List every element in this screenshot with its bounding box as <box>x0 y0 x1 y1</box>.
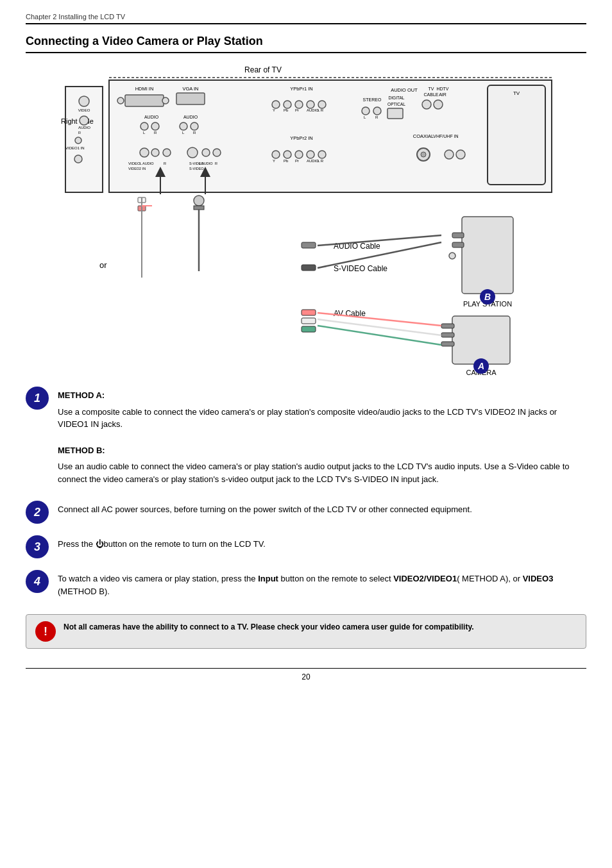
svg-point-86 <box>74 155 82 163</box>
svg-text:B: B <box>484 292 491 302</box>
svg-point-18 <box>140 148 149 157</box>
svg-text:TV: TV <box>429 87 434 91</box>
step-1: 1 METHOD A: Use a composite cable to con… <box>26 387 586 489</box>
step-4: 4 To watch a video vis camera or play st… <box>26 570 586 601</box>
svg-text:or: or <box>99 260 107 270</box>
svg-rect-110 <box>441 342 454 346</box>
step-4-content: To watch a video vis camera or play stat… <box>58 570 586 601</box>
svg-point-46 <box>295 151 303 158</box>
svg-point-47 <box>307 151 314 158</box>
svg-text:YPbPr2 IN: YPbPr2 IN <box>290 135 312 141</box>
svg-text:OPTICAL: OPTICAL <box>387 102 405 106</box>
svg-point-73 <box>445 150 454 159</box>
svg-text:AUDIO: AUDIO <box>144 115 159 119</box>
svg-point-37 <box>318 101 326 108</box>
chapter-label: Chapter 2 Installing the LCD TV <box>26 13 125 21</box>
warning-box: ! Not all cameras have the ability to co… <box>26 614 586 649</box>
svg-point-5 <box>162 97 169 104</box>
svg-point-27 <box>213 149 221 156</box>
svg-point-74 <box>456 150 465 159</box>
svg-text:YPbPr1 IN: YPbPr1 IN <box>290 86 312 92</box>
step-3-content: Press the ⏻button on the remote to turn … <box>58 535 586 555</box>
svg-rect-94 <box>194 206 204 210</box>
svg-point-33 <box>272 101 280 108</box>
svg-rect-121 <box>302 310 316 315</box>
svg-rect-108 <box>441 324 454 328</box>
method-a-text: Use a composite cable to connect the vid… <box>58 406 586 431</box>
svg-point-84 <box>75 137 81 144</box>
svg-rect-119 <box>302 242 316 248</box>
svg-text:AIR: AIR <box>439 92 446 97</box>
svg-point-103 <box>449 253 455 259</box>
svg-point-10 <box>151 122 159 130</box>
svg-point-71 <box>421 152 426 157</box>
step-3-text: Press the ⏻button on the remote to turn … <box>58 538 586 551</box>
svg-rect-101 <box>452 233 464 238</box>
svg-line-117 <box>318 319 441 335</box>
method-b-label: METHOD B: <box>58 444 586 457</box>
svg-point-15 <box>191 122 198 130</box>
connection-diagram-svg: Rear of TV HDMI IN VGA IN AUDIO L R AUDI… <box>26 60 586 380</box>
svg-text:TV: TV <box>513 90 520 96</box>
svg-text:Pr: Pr <box>295 159 299 163</box>
step-2-text: Connect all AC power sources, before tur… <box>58 503 586 516</box>
svg-text:STEREO: STEREO <box>363 97 382 102</box>
svg-point-20 <box>163 149 171 156</box>
warning-text: Not all cameras have the ability to conn… <box>64 621 474 633</box>
steps-area: 1 METHOD A: Use a composite cable to con… <box>26 387 586 601</box>
svg-text:COAXIAL: COAXIAL <box>413 133 434 139</box>
warning-icon: ! <box>35 621 56 642</box>
svg-text:Pb: Pb <box>284 108 289 112</box>
svg-text:CABLE: CABLE <box>424 92 439 97</box>
svg-point-45 <box>284 151 291 158</box>
svg-point-48 <box>318 151 326 158</box>
svg-text:Pb: Pb <box>284 159 289 163</box>
svg-rect-122 <box>302 318 316 324</box>
svg-point-25 <box>187 147 198 158</box>
svg-text:AUDIO: AUDIO <box>78 126 90 129</box>
svg-point-14 <box>180 122 187 130</box>
svg-point-35 <box>295 101 303 108</box>
svg-point-19 <box>151 149 159 156</box>
svg-rect-6 <box>176 93 205 104</box>
svg-text:R: R <box>164 162 166 165</box>
svg-text:R: R <box>154 131 157 135</box>
diagram-area: Rear of TV HDMI IN VGA IN AUDIO L R AUDI… <box>26 60 586 380</box>
section-title-text: Connecting a Video Camera or Play Statio… <box>26 35 263 47</box>
svg-text:Y: Y <box>273 108 275 112</box>
svg-text:L AUDIO: L AUDIO <box>199 162 213 165</box>
svg-text:R: R <box>375 115 378 119</box>
power-symbol: ⏻ <box>96 539 104 549</box>
svg-point-9 <box>140 122 148 130</box>
svg-text:AUDIO: AUDIO <box>183 115 198 119</box>
svg-point-93 <box>194 196 204 206</box>
svg-text:Pr: Pr <box>295 108 299 112</box>
svg-text:Y: Y <box>273 159 275 163</box>
svg-text:AUDIO OUT: AUDIO OUT <box>391 87 418 93</box>
svg-text:VIDEO: VIDEO <box>128 162 140 165</box>
svg-text:R: R <box>215 162 217 165</box>
svg-point-26 <box>202 149 210 156</box>
svg-point-68 <box>434 100 443 109</box>
step-4-text: To watch a video vis camera or play stat… <box>58 572 586 597</box>
method-b-text: Use an audio cable to connect the video … <box>58 460 586 485</box>
svg-text:L   R: L R <box>318 108 324 112</box>
page-number: 20 <box>26 668 586 681</box>
svg-text:HDMI IN: HDMI IN <box>135 86 154 92</box>
svg-text:L   R: L R <box>318 159 324 163</box>
svg-rect-109 <box>441 333 454 337</box>
svg-text:HDTV: HDTV <box>436 87 448 91</box>
step-3-icon: 3 <box>26 535 49 558</box>
svg-rect-1 <box>109 80 552 192</box>
section-title: Connecting a Video Camera or Play Statio… <box>26 35 586 53</box>
svg-point-56 <box>362 107 370 115</box>
svg-rect-107 <box>452 316 510 364</box>
rear-label: Rear of TV <box>244 65 282 74</box>
svg-point-65 <box>422 100 431 109</box>
svg-rect-75 <box>488 85 545 185</box>
svg-point-34 <box>284 101 291 108</box>
svg-text:A: A <box>477 361 484 371</box>
svg-text:R: R <box>193 131 196 135</box>
svg-point-44 <box>272 151 280 158</box>
step-2-icon: 2 <box>26 501 49 524</box>
